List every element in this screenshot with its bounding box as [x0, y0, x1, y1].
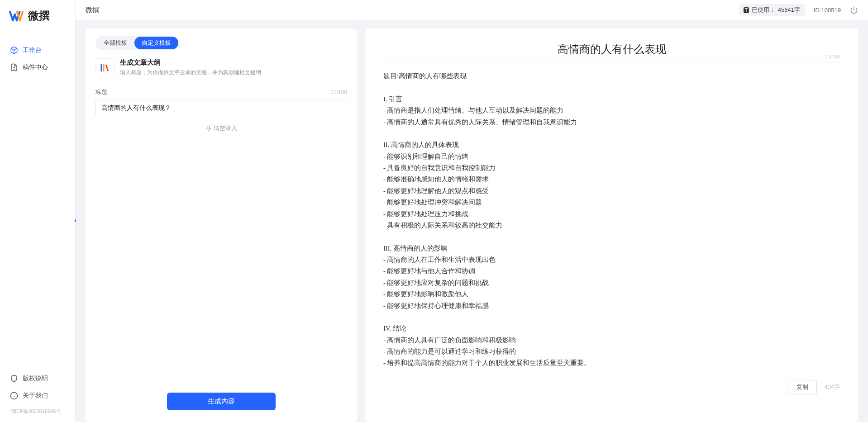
- output-title: 高情商的人有什么表现: [383, 42, 840, 57]
- usage-prefix: 已使用：: [752, 6, 775, 14]
- template-icon: [95, 58, 114, 77]
- tab-all-templates[interactable]: 全部模板: [96, 37, 134, 49]
- document-icon: [10, 63, 18, 71]
- input-panel: 全部模板 自定义模板 生成文章大纲 输入标题，为你提供文章主体的灵感，并为其创建…: [86, 28, 357, 422]
- shield-icon: [10, 375, 18, 383]
- nav-item-label: 关于我们: [23, 392, 48, 400]
- power-icon[interactable]: [850, 6, 858, 14]
- template-desc: 输入标题，为你提供文章主体的灵感，并为其创建推文提纲: [120, 69, 261, 76]
- word-count: 404字: [824, 383, 840, 391]
- user-id: ID:100519: [814, 7, 841, 14]
- usage-value: 45641字: [778, 6, 800, 14]
- usage-pill[interactable]: T 已使用： 45641字: [739, 4, 805, 16]
- copy-button[interactable]: 复制: [788, 380, 817, 394]
- nav-item-label: 工作台: [23, 46, 42, 54]
- text-badge-icon: T: [744, 7, 749, 13]
- nav-footer: 版权说明 关于我们: [0, 370, 75, 408]
- icp-text: 鄂ICP备2022016946号: [0, 408, 75, 417]
- microphone-icon: [205, 125, 212, 132]
- nav-item-label: 稿件中心: [23, 63, 48, 71]
- output-panel: 高情商的人有什么表现 10/100 题目:高情商的人有哪些表现 I. 引言 - …: [365, 28, 858, 422]
- title-input[interactable]: [95, 100, 347, 116]
- nav-item-workspace[interactable]: 工作台: [0, 42, 75, 59]
- output-body[interactable]: 题目:高情商的人有哪些表现 I. 引言 - 高情商是指人们处理情绪、与他人互动以…: [383, 71, 840, 374]
- svg-rect-4: [208, 126, 210, 129]
- nav-item-drafts[interactable]: 稿件中心: [0, 59, 75, 76]
- template-title: 生成文章大纲: [120, 58, 261, 67]
- info-icon: [10, 392, 18, 400]
- template-card: 生成文章大纲 输入标题，为你提供文章主体的灵感，并为其创建推文提纲: [95, 58, 347, 77]
- voice-input-button[interactable]: 请空录入: [95, 124, 347, 133]
- nav-item-about[interactable]: 关于我们: [0, 387, 75, 404]
- nav-main: 工作台 稿件中心: [0, 42, 75, 370]
- logo-icon: [9, 8, 24, 24]
- cube-icon: [10, 46, 18, 54]
- logo-text: 微撰: [28, 9, 50, 23]
- voice-input-label: 请空录入: [214, 124, 237, 133]
- tab-custom-templates[interactable]: 自定义模板: [134, 37, 178, 49]
- char-count: 11/100: [330, 89, 347, 95]
- output-title-count: 10/100: [825, 54, 840, 59]
- logo: 微撰: [0, 8, 75, 42]
- template-tabs: 全部模板 自定义模板: [95, 36, 179, 50]
- sidebar: 微撰 工作台 稿件中心 版权说明: [0, 0, 76, 422]
- page-title: 微撰: [86, 6, 99, 14]
- topbar: 微撰 T 已使用： 45641字 ID:100519: [76, 0, 868, 20]
- nav-item-copyright[interactable]: 版权说明: [0, 370, 75, 387]
- nav-item-label: 版权说明: [23, 375, 48, 383]
- field-label-title: 标题: [95, 88, 107, 96]
- collapse-handle-icon[interactable]: [72, 217, 79, 226]
- generate-button[interactable]: 生成内容: [167, 393, 276, 410]
